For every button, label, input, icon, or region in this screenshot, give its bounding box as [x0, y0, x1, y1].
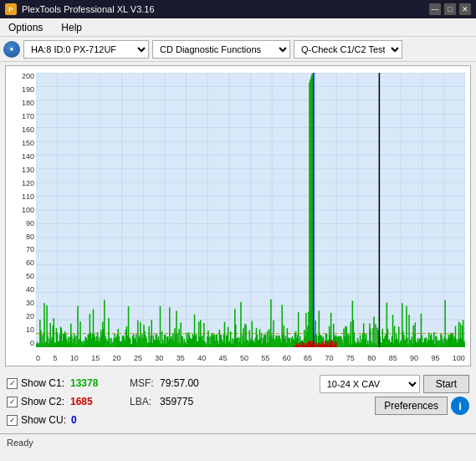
y-label-40: 40 [6, 286, 34, 294]
x-label-45: 45 [219, 354, 228, 362]
x-label-100: 100 [453, 354, 465, 362]
y-label-180: 180 [6, 100, 34, 107]
function-select[interactable]: CD Diagnostic Functions [152, 40, 290, 59]
menu-bar: Options Help [0, 18, 476, 37]
x-label-55: 55 [261, 354, 269, 362]
x-label-10: 10 [70, 354, 79, 362]
x-label-30: 30 [155, 354, 163, 362]
c1-value: 13378 [70, 377, 112, 389]
y-label-140: 140 [6, 153, 34, 161]
x-label-80: 80 [367, 354, 376, 362]
y-axis: 0 10 20 30 40 50 60 70 80 90 100 110 120… [6, 73, 36, 347]
preferences-button[interactable]: Preferences [375, 397, 448, 415]
status-bar: Ready [0, 433, 476, 450]
y-label-90: 90 [6, 220, 34, 228]
close-button[interactable]: ✕ [459, 3, 471, 15]
y-label-10: 10 [6, 326, 34, 334]
lba-value: 359775 [160, 396, 193, 407]
x-label-50: 50 [240, 354, 248, 362]
test-select[interactable]: Q-Check C1/C2 Test [294, 40, 402, 59]
title-bar-left: P PlexTools Professional XL V3.16 [5, 3, 155, 15]
drive-select[interactable]: HA:8 ID:0 PX-712UF [23, 40, 149, 59]
msf-label: MSF: [130, 377, 155, 389]
c2-checkbox[interactable]: ✓ [7, 397, 18, 407]
maximize-button[interactable]: □ [444, 3, 456, 15]
stats-section: ✓ Show C1: 13378 ✓ Show C2: 1685 ✓ Show … [7, 375, 113, 428]
menu-help[interactable]: Help [56, 20, 87, 35]
x-label-65: 65 [304, 354, 312, 362]
c2-checkbox-label: ✓ Show C2: [7, 396, 65, 407]
title-bar: P PlexTools Professional XL V3.16 — □ ✕ [0, 0, 476, 18]
msf-row: MSF: 79:57.00 [130, 375, 199, 392]
x-label-70: 70 [325, 354, 333, 362]
x-label-35: 35 [177, 354, 185, 362]
x-label-25: 25 [134, 354, 142, 362]
y-label-100: 100 [6, 207, 34, 214]
y-label-150: 150 [6, 140, 34, 147]
msf-value: 79:57.00 [160, 377, 199, 389]
controls-section: 10-24 X CAV4 X CAV8 X CAV16 X CAVMax X C… [320, 375, 469, 415]
y-label-80: 80 [6, 233, 34, 241]
start-button[interactable]: Start [423, 375, 469, 393]
lba-label: LBA: [130, 396, 155, 407]
y-label-160: 160 [6, 126, 34, 134]
c1-row: ✓ Show C1: 13378 [7, 375, 113, 392]
x-label-40: 40 [197, 354, 206, 362]
x-label-0: 0 [36, 354, 40, 362]
msf-section: MSF: 79:57.00 LBA: 359775 [130, 375, 199, 410]
cu-row: ✓ Show CU: 0 [7, 412, 113, 428]
x-axis: 0 5 10 15 20 25 30 35 40 45 50 55 60 65 … [36, 354, 465, 362]
y-label-170: 170 [6, 113, 34, 120]
y-label-190: 190 [6, 86, 34, 94]
chart-canvas [36, 73, 465, 347]
bottom-panel: ✓ Show C1: 13378 ✓ Show C2: 1685 ✓ Show … [0, 370, 476, 433]
y-label-110: 110 [6, 193, 34, 201]
x-label-60: 60 [283, 354, 291, 362]
y-label-30: 30 [6, 300, 34, 307]
c1-label: Show C1: [21, 377, 64, 389]
x-label-95: 95 [431, 354, 439, 362]
c2-row: ✓ Show C2: 1685 [7, 393, 113, 410]
toolbar: ● HA:8 ID:0 PX-712UF CD Diagnostic Funct… [0, 37, 476, 62]
cu-label: Show CU: [21, 414, 66, 426]
app-icon-label: P [8, 6, 13, 13]
chart-area [36, 73, 465, 347]
y-label-70: 70 [6, 246, 34, 254]
c1-checkbox[interactable]: ✓ [7, 378, 18, 389]
minimize-button[interactable]: — [429, 3, 441, 15]
title-bar-title: PlexTools Professional XL V3.16 [22, 4, 155, 14]
speed-select[interactable]: 10-24 X CAV4 X CAV8 X CAV16 X CAVMax X C… [320, 375, 420, 393]
top-controls: 10-24 X CAV4 X CAV8 X CAV16 X CAVMax X C… [320, 375, 469, 393]
y-label-50: 50 [6, 273, 34, 280]
c1-checkbox-label: ✓ Show C1: [7, 377, 65, 389]
c2-value: 1685 [70, 396, 112, 407]
title-bar-controls: — □ ✕ [429, 3, 471, 15]
lba-row: LBA: 359775 [130, 393, 199, 410]
menu-options[interactable]: Options [3, 20, 48, 35]
y-label-120: 120 [6, 180, 34, 187]
status-text: Ready [7, 438, 33, 448]
x-label-85: 85 [389, 354, 397, 362]
y-label-130: 130 [6, 166, 34, 174]
y-label-200: 200 [6, 73, 34, 80]
y-label-60: 60 [6, 259, 34, 267]
c2-label: Show C2: [21, 396, 64, 407]
x-label-15: 15 [91, 354, 100, 362]
x-label-75: 75 [346, 354, 355, 362]
bottom-controls: Preferences i [375, 397, 469, 415]
x-label-20: 20 [113, 354, 121, 362]
cu-checkbox[interactable]: ✓ [7, 415, 18, 426]
y-label-0: 0 [6, 340, 34, 347]
x-label-5: 5 [53, 354, 57, 362]
cu-value: 0 [71, 414, 113, 426]
chart-container: 0 10 20 30 40 50 60 70 80 90 100 110 120… [5, 65, 471, 366]
cu-checkbox-label: ✓ Show CU: [7, 414, 66, 426]
app-icon: P [5, 3, 17, 15]
y-label-20: 20 [6, 313, 34, 320]
info-button[interactable]: i [451, 397, 469, 415]
globe-icon: ● [3, 41, 20, 58]
x-label-90: 90 [410, 354, 418, 362]
